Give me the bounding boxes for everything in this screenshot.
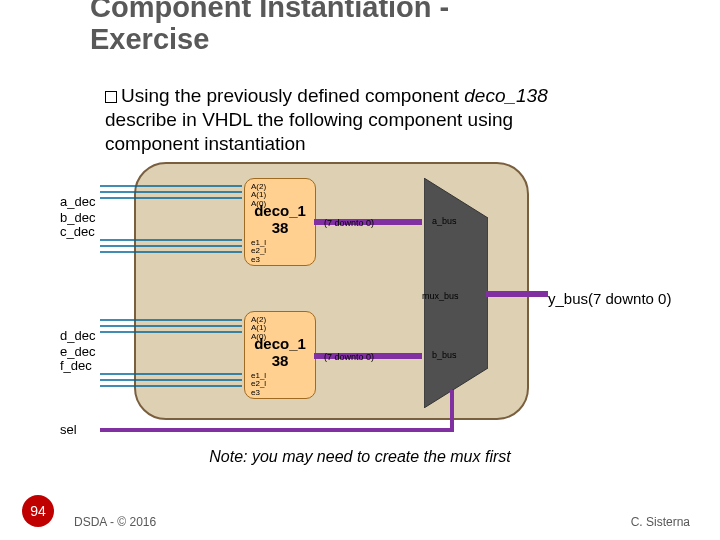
footer-left: DSDA - © 2016 xyxy=(74,515,156,529)
input-e: e_dec xyxy=(60,344,95,359)
body-text: Using the previously defined component d… xyxy=(105,84,665,155)
body-rest1: describe in VHDL the following component… xyxy=(105,109,513,130)
page-number-badge: 94 xyxy=(22,495,54,527)
component-name: deco_138 xyxy=(464,85,547,106)
input-c: c_dec xyxy=(60,224,95,239)
output-label: y_bus(7 downto 0) xyxy=(548,290,671,307)
b-bus-label: b_bus xyxy=(432,350,457,360)
decoder-1: A(2) A(1) A(0) deco_1 38 e1_l e2_l e3 xyxy=(244,178,316,266)
slide-title: Component Instantiation - Exercise xyxy=(90,0,449,56)
title-l2: Exercise xyxy=(90,23,209,55)
body-prefix: Using the previously defined component xyxy=(121,85,464,106)
bullet-icon xyxy=(105,91,117,103)
dec1-pins-e: e1_l e2_l e3 xyxy=(251,239,266,264)
body-rest2: component instantiation xyxy=(105,133,306,154)
diagram-container: A(2) A(1) A(0) deco_1 38 e1_l e2_l e3 A(… xyxy=(134,162,529,420)
a-bus-label: a_bus xyxy=(432,216,457,226)
title-l1: Component Instantiation - xyxy=(90,0,449,23)
bus-range-1: (7 downto 0) xyxy=(324,218,374,228)
sel-label: sel xyxy=(60,422,77,437)
dec1-name: deco_1 38 xyxy=(245,203,315,236)
bus-range-2: (7 downto 0) xyxy=(324,352,374,362)
input-b: b_dec xyxy=(60,210,95,225)
mux-bus-label: mux_bus xyxy=(422,291,459,301)
dec2-pins-e: e1_l e2_l e3 xyxy=(251,372,266,397)
footer-right: C. Sisterna xyxy=(631,515,690,529)
input-d: d_dec xyxy=(60,328,95,343)
decoder-2: A(2) A(1) A(0) deco_1 38 e1_l e2_l e3 xyxy=(244,311,316,399)
input-a: a_dec xyxy=(60,194,95,209)
page-number: 94 xyxy=(30,503,46,519)
dec2-name: deco_1 38 xyxy=(245,336,315,369)
input-f: f_dec xyxy=(60,358,92,373)
note-text: Note: you may need to create the mux fir… xyxy=(0,448,720,466)
